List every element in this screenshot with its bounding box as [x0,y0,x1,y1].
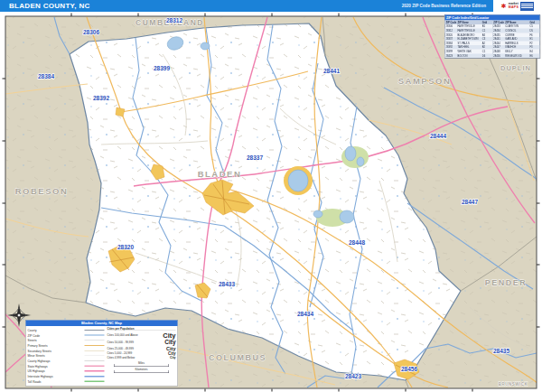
zip-code-label: 28456 [401,366,417,372]
zip-index-row: 28456RIEGELWOODE6 [492,53,539,58]
legend-road-label: Primary Streets [28,344,85,348]
edition-label: 2020 ZIP Code Business Reference Edition [402,4,486,8]
legend-city-item: Cities 4,999 and BelowCity [107,356,176,359]
zip-index-cell: 28423 [446,53,458,58]
zip-code-label: 28423 [345,373,361,379]
legend-city-label: Cities 100,000 and Above [107,333,138,336]
state-line-swatch [85,365,105,367]
scale-km-bar [114,370,169,373]
zip-index-cell: RIEGELWOOD [505,53,529,58]
secondary-line-swatch [85,350,105,351]
zip-code-label: 28435 [493,348,509,354]
zip-line-swatch [85,335,105,336]
legend-city-label: Cities 25,000 - 49,999 [107,347,134,350]
legend-city-label: Cities 4,999 and Below [107,356,136,359]
town-tar-heel [116,107,125,117]
county-name-label: COLUMBUS [209,353,266,362]
zip-code-label: 28320 [117,244,134,250]
legend-city-sample: City [163,331,175,340]
zip-code-label: 28392 [93,95,109,101]
zip-index-cell: D6 [482,53,491,58]
county-line-swatch [85,330,105,331]
streets-line-swatch [85,340,105,341]
legend-road-list: CountyZIP CodeStreetsPrimary StreetsSeco… [28,328,105,385]
logo-star-icon: ✱ [501,3,507,9]
county-name-label: BRUNSWICK [499,382,528,387]
zip-index-cell: E6 [529,53,538,58]
zip-code-label: 28448 [349,239,365,246]
legend-scales: Miles Kilometers [107,360,176,373]
map-legend: Bladen County, NC Map CountyZIP CodeStre… [25,320,178,387]
zip-code-label: 28444 [430,133,446,139]
legend-road-label: US Highways [28,369,85,373]
legend-road-label: County Highways [28,359,85,363]
legend-road-label: County [28,329,85,332]
legend-city-item: Cities 100,000 and AboveCity [107,331,176,340]
zip-index-table: ZIP Code Index/Grid Locator ZIP CodeZIP … [444,14,540,58]
zip-index-row: 28423BOLTOND6 [445,53,492,58]
us-line-swatch [85,370,105,372]
zip-code-label: 28399 [154,65,170,71]
zip-index-cell: BOLTON [458,53,482,58]
map-page: CUMBERLANDSAMPSONDUPLINROBESONBLADENPEND… [0,0,542,392]
primary-line-swatch [85,345,105,346]
county-name-label: ROBESON [15,186,69,196]
zip-code-label: 28337 [247,154,263,161]
zip-code-label: 28441 [323,68,340,74]
legend-road-label: Toll Roads [28,380,85,384]
legend-road-label: ZIP Code [28,333,85,337]
zip-index-right-column: ZIP CodeZIP NameGrid28433CLARKTONC528434… [492,21,539,58]
title-bar: BLADEN COUNTY, NC 2020 ZIP Code Business… [0,0,542,12]
toll-line-swatch [85,381,105,383]
zip-index-left-column: ZIP CodeZIP NameGrid28306FAYETTEVILLEB12… [445,21,493,58]
zip-code-label: 28384 [38,73,54,79]
publisher-logo: ✱ market MAPS [493,0,542,12]
legend-road-label: Minor Streets [28,354,85,358]
legend-city-label: Cities 5,000 - 24,999 [107,352,133,355]
compass-rose-icon [6,303,32,328]
county-name-label: BLADEN [198,169,242,179]
zip-code-label: 28447 [462,199,478,205]
zip-code-label: 28433 [219,281,235,287]
county-name-label: DUPLIN [500,64,531,72]
legend-city-sample: City [164,339,175,346]
zip-index-cell: 28456 [493,53,505,58]
legend-road-item: Toll Roads [28,378,105,384]
zip-code-label: 28306 [83,29,99,35]
zip-code-label: 28434 [297,311,313,317]
legend-road-label: Interstate Highways [28,375,85,378]
legend-road-label: State Highways [28,364,85,368]
legend-city-list: Cities 100,000 and AboveCityCities 50,00… [107,331,176,359]
logo-badge [520,2,534,11]
interstate-line-swatch [85,376,105,378]
legend-city-sample: City [170,356,176,359]
legend-road-label: Streets [28,339,85,342]
scale-miles-bar [114,364,169,367]
legend-city-item: Cities 50,000 - 99,999City [107,339,176,346]
countyhwy-line-swatch [85,360,105,361]
logo-text-bottom: MAPS [509,6,519,9]
minor-line-swatch [85,356,105,357]
zip-code-label: 28312 [166,17,182,23]
page-title: BLADEN COUNTY, NC [9,2,90,10]
legend-city-label: Cities 50,000 - 99,999 [107,341,134,343]
legend-cities-header: Cities per Population [107,328,176,331]
county-name-label: SAMPSON [398,76,452,86]
county-name-label: PENDER [485,278,528,287]
legend-road-label: Secondary Streets [28,349,85,352]
